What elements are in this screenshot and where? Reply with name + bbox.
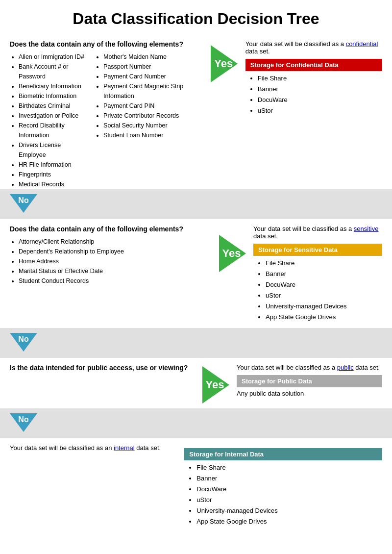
section3-yes-text: Your data set will be classified as a pu…: [237, 364, 382, 371]
section1: Does the data contain any of the followi…: [0, 35, 392, 189]
list-item: DocuWare: [258, 95, 382, 105]
yes-text2-s3: data set.: [355, 364, 380, 371]
section2-left: Does the data contain any of the followi…: [10, 225, 210, 286]
public-link[interactable]: public: [337, 364, 354, 371]
list-item: Fingerprints: [19, 170, 87, 179]
section3-yes-content: Your data set will be classified as a pu…: [237, 364, 382, 397]
section3-right: Yes Your data set will be classified as …: [198, 364, 382, 403]
section4-left: Your data set will be classified as an i…: [10, 444, 174, 452]
sensitive-link[interactable]: sensitive: [354, 225, 379, 232]
yes-arrow-shape2: Yes: [219, 235, 246, 272]
list-item: HR File Information: [19, 160, 87, 170]
section1-col1: Alien or Immigration ID# Bank Account # …: [10, 52, 87, 189]
no1-row: No: [0, 189, 392, 219]
section4-text1: Your data set will be classified as an: [10, 444, 112, 452]
list-item: Bank Account # or Password: [19, 62, 87, 81]
section4-right: Storage for Internal Data File Share Ban…: [184, 444, 382, 528]
section2: Does the data contain any of the followi…: [0, 219, 392, 328]
yes-text2-s2: data set.: [253, 232, 278, 240]
section3-question: Is the data intended for public access, …: [10, 364, 194, 372]
section1-col2-list: Mother's Maiden Name Passport Number Pay…: [103, 52, 202, 140]
list-item: Home Address: [19, 256, 210, 266]
list-item: Payment Card Number: [103, 72, 202, 81]
no2-label: No: [18, 335, 28, 344]
section3-left: Is the data intended for public access, …: [10, 364, 194, 376]
list-item: Biometric Information: [19, 91, 87, 101]
no3-row: No: [0, 408, 392, 438]
list-item: uStor: [258, 105, 382, 116]
yes-arrow-public: Yes: [198, 366, 233, 403]
yes-text1-s2: Your data set will be classified as a: [253, 225, 352, 232]
storage-public-label: Storage for Public Data: [237, 375, 382, 387]
internal-link[interactable]: internal: [114, 444, 135, 452]
list-item: Payment Card PIN: [103, 101, 202, 111]
yes-arrow-confidential: Yes: [207, 45, 242, 82]
section1-yes-text: Your data set will be classified as a co…: [245, 40, 382, 55]
no1-label: No: [18, 196, 28, 205]
yes-text2: data set.: [245, 48, 270, 55]
list-item: File Share: [266, 258, 382, 269]
section2-right: Yes Your data set will be classified as …: [215, 225, 382, 323]
section4-text2: data set.: [136, 444, 161, 452]
list-item: Social Security Number: [103, 121, 202, 130]
section4: Your data set will be classified as an i…: [0, 438, 392, 532]
section2-list: Attorney/Client Relationship Dependent's…: [19, 237, 210, 286]
section1-yes-content: Your data set will be classified as a co…: [245, 40, 382, 116]
section4-text: Your data set will be classified as an i…: [10, 444, 174, 452]
yes-arrow-label: Yes: [214, 57, 233, 70]
section3-inner: Is the data intended for public access, …: [10, 364, 382, 403]
yes-arrow-label2: Yes: [222, 247, 241, 260]
list-item: Mother's Maiden Name: [103, 52, 202, 62]
list-item: Investigation or Police: [19, 111, 87, 121]
list-item: Payment Card Magnetic Strip Information: [103, 81, 202, 101]
list-item: Banner: [258, 84, 382, 95]
section1-question: Does the data contain any of the followi…: [10, 40, 202, 48]
no3-label: No: [18, 415, 28, 424]
storage-sensitive-list: File Share Banner DocuWare uStor Univers…: [266, 258, 382, 323]
list-item: uStor: [196, 495, 382, 505]
section2-inner: Does the data contain any of the followi…: [10, 225, 382, 323]
list-item: Alien or Immigration ID#: [19, 52, 87, 62]
list-item: University-managed Devices: [266, 301, 382, 312]
storage-sensitive-label: Storage for Sensitive Data: [253, 244, 382, 256]
list-item: Banner: [266, 269, 382, 279]
yes-arrow-label3: Yes: [206, 378, 224, 391]
no3-arrow-shape: No: [10, 413, 37, 432]
section3: Is the data intended for public access, …: [0, 358, 392, 408]
yes-text1: Your data set will be classified as a: [245, 40, 344, 48]
list-item: uStor: [266, 290, 382, 301]
section1-left: Does the data contain any of the followi…: [10, 40, 202, 189]
list-item: University-managed Devices: [196, 505, 382, 516]
storage-confidential-label: Storage for Confidential Data: [245, 59, 382, 71]
list-item: File Share: [196, 462, 382, 473]
list-item: Beneficiary Information: [19, 81, 87, 91]
yes-text1-s3: Your data set will be classified as a: [237, 364, 335, 371]
section1-col2: Mother's Maiden Name Passport Number Pay…: [95, 52, 202, 189]
list-item: Attorney/Client Relationship: [19, 237, 210, 247]
storage-internal-label: Storage for Internal Data: [184, 448, 382, 460]
no1-arrow: No: [10, 194, 37, 214]
storage-public-text: Any public data solution: [237, 390, 382, 397]
confidential-link[interactable]: confidential: [346, 40, 378, 48]
list-item: Record Disability Information: [19, 121, 87, 140]
section2-yes-content: Your data set will be classified as a se…: [253, 225, 382, 323]
list-item: Banner: [196, 473, 382, 484]
no2-row: No: [0, 328, 392, 358]
list-item: Student Loan Number: [103, 130, 202, 140]
list-item: App State Google Drives: [196, 516, 382, 527]
list-item: Student Conduct Records: [19, 276, 210, 286]
no3-arrow: No: [10, 413, 37, 433]
list-item: DocuWare: [196, 484, 382, 495]
list-item: Marital Status or Effective Date: [19, 266, 210, 276]
section1-right: Yes Your data set will be classified as …: [207, 40, 382, 116]
yes-arrow-shape: Yes: [211, 45, 238, 82]
list-item: Dependent's Relationship to Employee: [19, 247, 210, 256]
no1-arrow-shape: No: [10, 194, 37, 213]
list-item: Drivers License Employee: [19, 140, 87, 160]
page-title: Data Classification Decision Tree: [0, 0, 392, 35]
list-item: Medical Records: [19, 179, 87, 189]
no2-arrow: No: [10, 333, 37, 353]
yes-arrow-shape3: Yes: [202, 366, 229, 403]
section2-yes-text: Your data set will be classified as a se…: [253, 225, 382, 240]
list-item: DocuWare: [266, 279, 382, 290]
